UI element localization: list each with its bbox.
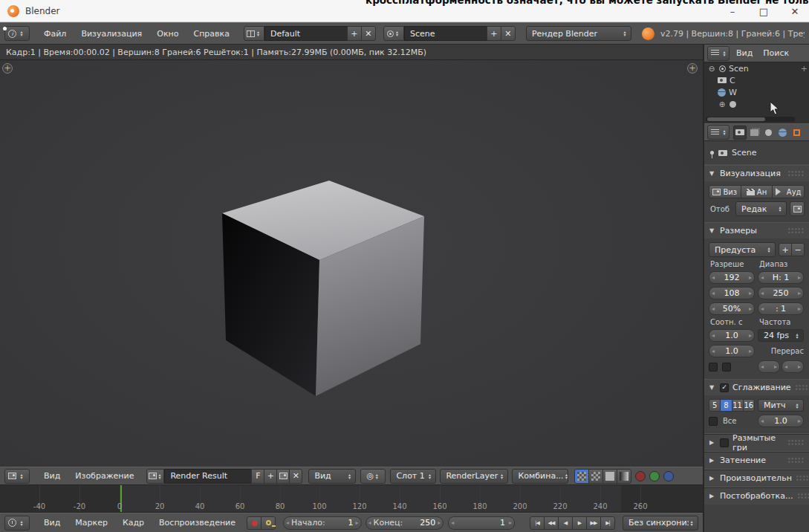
timeline-ruler[interactable]: -40 -20 0 20 40 60 80 100 120 140 160 18… — [0, 485, 703, 513]
aspect-y-field[interactable]: 1.0 — [709, 345, 755, 357]
outliner-item-camera[interactable]: C — [704, 74, 809, 86]
aa-filter-size-field[interactable]: 1.0 — [758, 415, 804, 427]
panel-grip-icon[interactable] — [787, 457, 804, 464]
tab-scene[interactable] — [761, 126, 775, 140]
time-remap-old-field[interactable] — [758, 360, 780, 373]
scrollbar-thumb[interactable] — [707, 117, 765, 121]
aa-samples-5-toggle[interactable]: 5 — [709, 399, 721, 412]
menu-search[interactable]: Поиск — [758, 45, 794, 62]
screen-layout-name-field[interactable]: Default — [264, 26, 348, 41]
pin-icon[interactable] — [710, 151, 714, 155]
aa-samples-16-toggle[interactable]: 16 — [743, 399, 755, 412]
render-animation-button[interactable]: Ан — [741, 185, 773, 198]
menu-window[interactable]: Окно — [150, 23, 185, 44]
current-frame-field[interactable]: 1 — [448, 516, 515, 530]
panel-header-performance[interactable]: ▶ Производительн — [704, 469, 809, 487]
tab-world[interactable] — [776, 126, 789, 140]
editor-type-properties-button[interactable] — [707, 125, 730, 140]
editor-type-timeline-button[interactable] — [4, 516, 30, 531]
minimize-button[interactable]: – — [726, 6, 739, 17]
image-new-button[interactable]: + — [264, 469, 277, 484]
menu-view[interactable]: Вид — [37, 513, 67, 532]
screen-layout-add-button[interactable]: + — [347, 26, 362, 41]
render-layer-select[interactable]: RenderLayer — [440, 469, 508, 484]
time-remap-new-field[interactable] — [782, 360, 804, 373]
preset-remove-button[interactable]: − — [791, 243, 805, 256]
editor-type-image-button[interactable] — [4, 469, 30, 484]
image-editor-canvas[interactable]: + + — [0, 60, 703, 467]
outliner-h-scrollbar[interactable] — [706, 117, 795, 122]
crop-checkbox[interactable] — [722, 363, 731, 372]
next-keyframe-button[interactable]: ▶▶ — [586, 516, 601, 530]
collapse-icon[interactable]: ⊖ — [707, 65, 716, 73]
resolution-y-field[interactable]: 108 — [709, 287, 755, 299]
menu-render[interactable]: Визуализация — [74, 23, 149, 44]
aa-filter-select[interactable]: Митч — [758, 399, 804, 412]
region-expand-icon[interactable]: + — [2, 63, 13, 74]
render-audio-button[interactable]: Ауд — [772, 185, 805, 198]
maximize-button[interactable]: □ — [757, 6, 770, 17]
full-sample-checkbox[interactable] — [709, 417, 718, 426]
panel-header-antialiasing[interactable]: ▼ Сглаживание — [704, 379, 809, 395]
panel-grip-icon[interactable] — [787, 227, 804, 234]
frame-start-field[interactable]: Н: 1 — [758, 271, 804, 284]
image-unlink-button[interactable]: ✕ — [289, 469, 302, 484]
frame-end-field[interactable]: Конец: 250 — [365, 516, 444, 530]
tab-render-layers[interactable] — [747, 126, 761, 140]
fake-user-button[interactable]: F — [251, 469, 264, 484]
panel-header-post-processing[interactable]: ▶ Постобработка... — [704, 487, 809, 505]
resolution-x-field[interactable]: 192 — [709, 271, 755, 284]
menu-marker[interactable]: Маркер — [68, 513, 114, 532]
image-browse-button[interactable] — [146, 469, 164, 484]
screen-layout-browse-button[interactable] — [244, 26, 264, 41]
menu-file[interactable]: Файл — [37, 23, 73, 44]
menu-help[interactable]: Справка — [186, 23, 235, 44]
channel-green-dot-button[interactable] — [649, 471, 660, 481]
slot-select[interactable]: Слот 1 — [390, 469, 436, 484]
panel-header-dimensions[interactable]: ▼ Размеры — [704, 222, 809, 239]
panel-header-shading[interactable]: ▶ Затенение — [704, 451, 809, 469]
expand-icon[interactable]: ⊕ — [718, 100, 727, 108]
menu-image[interactable]: Изображение — [68, 467, 140, 484]
outliner-item-scene[interactable]: ⊖ Scen — [704, 62, 809, 74]
image-name-field[interactable]: Render Result — [164, 469, 252, 484]
channel-alpha-toggle[interactable] — [602, 469, 617, 484]
tab-object[interactable] — [790, 126, 803, 140]
channel-rgba-toggle[interactable] — [574, 469, 589, 484]
scene-delete-button[interactable]: ✕ — [501, 26, 516, 41]
resolution-percent-slider[interactable]: 50% — [709, 302, 755, 315]
image-pack-button[interactable] — [276, 469, 290, 484]
aa-samples-8-toggle[interactable]: 8 — [720, 399, 732, 412]
frame-end-field[interactable]: 250 — [758, 287, 804, 299]
menu-frame[interactable]: Кадр — [116, 513, 151, 532]
editor-type-outliner-button[interactable] — [707, 46, 730, 61]
menu-view[interactable]: Вид — [731, 45, 758, 62]
panel-grip-icon[interactable] — [795, 384, 809, 391]
panel-grip-icon[interactable] — [797, 493, 809, 499]
render-still-button[interactable]: Виз — [709, 185, 741, 198]
scene-add-button[interactable]: + — [487, 26, 501, 41]
frame-step-field[interactable]: : 1 — [758, 302, 804, 315]
jump-to-start-button[interactable]: |◀ — [530, 516, 545, 530]
screen-layout-delete-button[interactable]: ✕ — [361, 26, 376, 41]
close-button[interactable]: ✕ — [788, 6, 802, 17]
panel-grip-icon[interactable] — [796, 475, 809, 481]
prev-keyframe-button[interactable]: ◀◀ — [544, 516, 559, 530]
motion-blur-checkbox[interactable] — [720, 438, 729, 447]
render-engine-select[interactable]: Рендер Blender — [526, 26, 631, 41]
display-option-button[interactable] — [790, 201, 805, 216]
panel-header-motion-blur[interactable]: ▶ Размытые гри — [704, 433, 809, 451]
region-expand-icon[interactable]: + — [801, 64, 808, 74]
panel-grip-icon[interactable] — [787, 439, 804, 446]
panel-header-render[interactable]: ▼ Визуализация — [704, 165, 809, 181]
aspect-x-field[interactable]: 1.0 — [709, 329, 755, 342]
render-presets-select[interactable]: Предуста — [709, 242, 776, 257]
aa-samples-11-toggle[interactable]: 11 — [732, 399, 744, 412]
record-button[interactable]: ● — [247, 516, 261, 530]
display-mode-select[interactable]: Редак — [735, 201, 787, 216]
preset-add-button[interactable]: + — [779, 243, 792, 256]
menu-view[interactable]: Вид — [37, 467, 67, 484]
frame-rate-select[interactable]: 24 fps — [758, 329, 804, 342]
channel-blue-dot-button[interactable] — [663, 471, 674, 481]
play-reverse-button[interactable]: ◀ — [558, 516, 573, 530]
